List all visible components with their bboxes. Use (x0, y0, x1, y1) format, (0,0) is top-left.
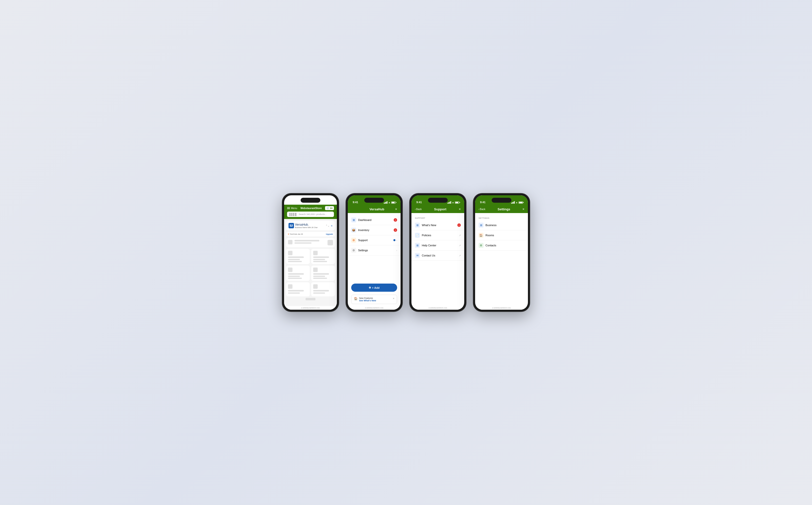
status-time-1: 9:41 (289, 201, 295, 204)
menu-label-1: Menu (291, 207, 297, 210)
nf-link[interactable]: See What's New (359, 299, 376, 302)
support-section-label: SUPPORT (412, 215, 464, 220)
card-line3-3 (288, 278, 302, 279)
trial-bar: ℹ Trial Ends Jan 26 Upgrade (286, 232, 335, 236)
nf-close-button[interactable]: × (393, 297, 394, 300)
search-placeholder-1: Search 340,000+ products... (299, 213, 327, 215)
card-line1-6 (313, 290, 329, 292)
add-label: + Add (372, 286, 379, 289)
nf-text-block: New Features See What's New (359, 297, 376, 302)
menu-item-policies[interactable]: 📄 Policies ↗ (412, 230, 464, 240)
card-img-6 (313, 284, 318, 289)
phone-3: 9:41 ▲ ‹ Back Support × (410, 193, 466, 312)
menu-item-contact-us[interactable]: ✉ Contact Us ↗ (412, 250, 464, 261)
support-icon: ⚙ (351, 238, 356, 242)
lines-icon[interactable]: ≡ (331, 224, 332, 227)
menu-item-settings[interactable]: ⚙ Settings › (348, 245, 400, 256)
chevron-updown-icon[interactable]: ⌃⌄ (326, 224, 330, 227)
versahub-controls: ⌃⌄ ≡ (326, 224, 332, 227)
help-center-left: ⊞ Help Center (415, 243, 436, 248)
phone-4: 9:41 ▲ ‹ Back Settings × (473, 193, 530, 312)
modal-content-2: ⊞ Dashboard ! 📦 Inventory ! (348, 213, 400, 282)
add-button[interactable]: ⊕ + Add (351, 284, 397, 292)
card-2[interactable] (311, 249, 335, 264)
wifi-icon-2: ▲ (388, 201, 390, 204)
wifi-icon-1: ▲ (325, 201, 327, 204)
menu-button-1[interactable]: Menu (287, 207, 297, 210)
card-img-4 (313, 268, 318, 272)
versahub-logo: VersaHub. Business Name With 26 Char (288, 223, 318, 228)
menu-item-settings-left: ⚙ Settings (351, 248, 368, 253)
settings-item-contacts[interactable]: ⚙ Contacts (475, 240, 528, 250)
settings-item-rooms[interactable]: 🏠 Rooms (475, 230, 528, 240)
policies-right: ↗ (459, 234, 461, 237)
nf-icon: 🏠 (354, 297, 358, 300)
contact-us-external-icon: ↗ (459, 254, 461, 257)
contacts-label: Contacts (485, 244, 496, 247)
modal-close-3[interactable]: × (459, 207, 461, 211)
card-img-2 (313, 251, 318, 255)
dashboard-label: Dashboard (358, 218, 371, 221)
card-3[interactable] (286, 266, 310, 281)
dynamic-island-3 (428, 198, 448, 203)
modal-close-4[interactable]: × (523, 207, 525, 211)
contact-us-icon: ✉ (415, 253, 420, 258)
policies-label: Policies (422, 234, 431, 237)
card-img-5 (288, 284, 293, 289)
search-bar-1: ▌▌▌▌ Search 340,000+ products... (284, 211, 337, 219)
versahub-subtitle-1: Business Name With 26 Char (295, 226, 318, 228)
signal-icon-1 (320, 201, 324, 204)
card-line3-4 (313, 278, 327, 279)
wifi-icon-4: ▲ (515, 201, 518, 204)
back-button-3[interactable]: ‹ Back (415, 208, 422, 210)
modal-content-4: SETTINGS ⊞ Business 🏠 Rooms ⚙ Contacts (475, 213, 528, 306)
policies-left: 📄 Policies (415, 233, 431, 238)
phone1-content: VersaHub. Business Name With 26 Char ⌃⌄ … (284, 219, 337, 306)
settings-item-business[interactable]: ⊞ Business (475, 220, 528, 230)
hamburger-icon (287, 207, 290, 209)
inventory-icon: 📦 (351, 227, 356, 232)
menu-item-inventory-left: 📦 Inventory (351, 227, 369, 232)
signal-icon-3 (448, 201, 451, 204)
cart-button-1[interactable]: 🛒 24 (325, 206, 334, 210)
card-img-1 (288, 251, 293, 255)
card-1[interactable] (286, 249, 310, 264)
add-icon: ⊕ (369, 286, 371, 289)
menu-item-inventory[interactable]: 📦 Inventory ! (348, 225, 400, 235)
dashboard-right: ! (394, 218, 397, 222)
green-header-1: Menu WebstaurantStore 🛒 24 (284, 205, 337, 211)
nf-content: 🏠 New Features See What's New (354, 297, 376, 302)
status-time-2: 9:41 (353, 201, 358, 204)
whats-new-label: What's New (422, 224, 436, 226)
menu-item-dashboard[interactable]: ⊞ Dashboard ! (348, 215, 400, 225)
menu-item-whats-new[interactable]: ⊞ What's New ! (412, 220, 464, 230)
modal-close-2[interactable]: × (395, 207, 397, 211)
skeleton-img-2 (328, 240, 333, 245)
menu-item-support[interactable]: ⚙ Support › (348, 235, 400, 245)
single-row-1 (286, 238, 335, 247)
card-line2-6 (313, 293, 325, 294)
contact-us-left: ✉ Contact Us (415, 253, 435, 258)
help-center-right: ↗ (459, 244, 461, 247)
rooms-label: Rooms (485, 234, 494, 237)
versahub-logo-icon (288, 223, 294, 228)
upgrade-link[interactable]: Upgrade (326, 233, 333, 235)
svg-rect-2 (290, 226, 293, 226)
bottom-skeleton (286, 298, 335, 300)
footer-3: a webstaurantstore.com (412, 306, 464, 310)
rooms-icon: 🏠 (479, 233, 483, 238)
menu-item-help-center[interactable]: ⊞ Help Center ↗ (412, 240, 464, 250)
card-5[interactable] (286, 282, 310, 296)
back-button-4[interactable]: ‹ Back (479, 208, 485, 210)
contact-us-label: Contact Us (422, 254, 435, 257)
search-input-1[interactable]: ▌▌▌▌ Search 340,000+ products... (287, 211, 334, 217)
phone-2: 9:41 ▲ VersaHub × ⊞ (346, 193, 402, 312)
card-line1-5 (288, 290, 304, 292)
whats-new-right: ! (457, 223, 461, 227)
card-line3-2 (313, 261, 327, 262)
menu-item-support-left: ⚙ Support (351, 238, 368, 242)
card-6[interactable] (311, 282, 335, 296)
footer-2: a webstaurantstore.com (348, 306, 400, 310)
card-4[interactable] (311, 266, 335, 281)
policies-external-icon: ↗ (459, 234, 461, 237)
